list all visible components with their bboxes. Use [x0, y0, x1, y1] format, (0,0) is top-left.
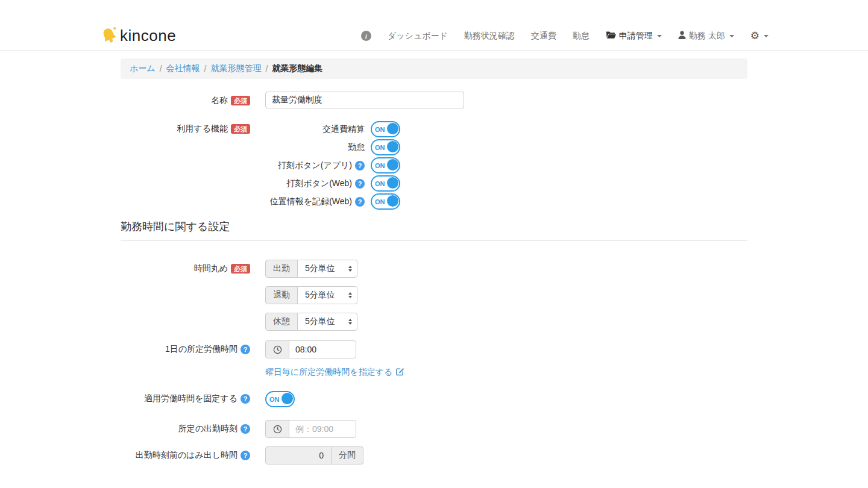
rounding-select-break[interactable]: 5分単位	[297, 313, 357, 331]
help-icon[interactable]: ?	[241, 424, 250, 434]
edit-icon	[395, 367, 404, 378]
help-icon[interactable]: ?	[241, 345, 250, 354]
selected-value: 5分単位	[305, 316, 335, 327]
clock-icon	[265, 340, 289, 358]
rounding-select-clockin[interactable]: 5分単位	[297, 260, 357, 278]
nav-attendance[interactable]: 勤怠	[573, 31, 590, 42]
employment-type-edit-form: 名称 必須 利用する機能 必須 交通費精算 ON 勤怠	[121, 92, 747, 465]
breadcrumb-separator: /	[156, 64, 166, 74]
toggle-knob	[387, 123, 398, 134]
features-row: 利用する機能 必須 交通費精算 ON 勤怠 ON	[121, 121, 747, 211]
help-icon[interactable]: ?	[241, 451, 250, 460]
name-label: 名称 必須	[121, 92, 265, 106]
rounding-row-1: 時間丸め 必須 出勤 5分単位	[121, 260, 747, 278]
info-icon[interactable]: i	[361, 31, 371, 41]
scheduled-start-input[interactable]	[289, 420, 356, 438]
working-hours-section-title: 勤務時間に関する設定	[121, 219, 747, 234]
feature-row-attendance: 勤怠 ON	[265, 139, 400, 155]
fixed-hours-toggle[interactable]: ON	[265, 391, 295, 407]
help-icon[interactable]: ?	[355, 179, 365, 189]
daily-hours-group	[265, 340, 356, 358]
breadcrumb-home[interactable]: ホーム	[130, 63, 156, 74]
label-text: 時間丸め	[194, 263, 228, 274]
rounding-label: 時間丸め 必須	[121, 260, 265, 274]
help-icon[interactable]: ?	[355, 197, 365, 207]
feature-row-transport: 交通費精算 ON	[265, 121, 400, 137]
spacer-label	[121, 367, 265, 371]
breadcrumb-company-info[interactable]: 会社情報	[166, 63, 200, 74]
weekday-link-row: 曜日毎に所定労働時間を指定する	[121, 367, 747, 378]
nav-dashboard[interactable]: ダッシュボード	[388, 31, 448, 42]
toggle-knob	[387, 195, 398, 207]
rounding-addon-clockin: 出勤	[265, 260, 298, 278]
select-stepper-icon	[348, 292, 352, 298]
select-stepper-icon	[348, 266, 352, 272]
breadcrumb-current-page: 就業形態編集	[272, 63, 322, 74]
rounding-addon-clockout: 退勤	[265, 286, 298, 304]
clock-icon	[265, 420, 289, 438]
toggle-knob	[387, 159, 398, 170]
nav-work-status[interactable]: 勤務状況確認	[464, 31, 515, 42]
rounding-select-clockout[interactable]: 5分単位	[297, 286, 357, 304]
caret-down-icon	[657, 35, 662, 37]
nav-transport-expense[interactable]: 交通費	[531, 31, 556, 42]
breadcrumb-employment-type-management[interactable]: 就業形態管理	[210, 63, 261, 74]
scheduled-start-group	[265, 420, 356, 438]
overflow-before-label: 出勤時刻前のはみ出し時間 ?	[121, 446, 265, 461]
toggle-state-label: ON	[375, 162, 385, 169]
user-icon	[678, 31, 686, 41]
breadcrumb-separator: /	[200, 64, 211, 74]
link-text: 曜日毎に所定労働時間を指定する	[265, 367, 392, 378]
daily-hours-input[interactable]	[289, 340, 356, 358]
rounding-group-break: 休憩 5分単位	[265, 313, 357, 331]
rounding-group-clockout: 退勤 5分単位	[265, 286, 357, 304]
feature-label: 勤怠	[348, 142, 365, 153]
toggle-state-label: ON	[375, 180, 385, 187]
rounding-row-2: 退勤 5分単位	[121, 286, 747, 304]
scheduled-start-row: 所定の出勤時刻 ?	[121, 420, 747, 438]
kincone-logo[interactable]: kincone	[99, 25, 176, 48]
label-text: 適用労働時間を固定する	[144, 393, 237, 404]
nav-username: 勤務 太郎	[689, 31, 725, 42]
help-icon[interactable]: ?	[241, 394, 250, 404]
bell-icon	[99, 25, 119, 48]
feature-label: 打刻ボタン(アプリ)	[278, 160, 352, 171]
required-badge: 必須	[231, 264, 250, 274]
toggle-knob	[387, 177, 398, 189]
stamp-web-toggle[interactable]: ON	[371, 175, 400, 192]
feature-label: 位置情報を記録(Web)	[270, 196, 352, 207]
label-text: 名称	[211, 95, 228, 106]
rounding-group-clockin: 出勤 5分単位	[265, 260, 357, 278]
nav-label: 申請管理	[619, 31, 653, 42]
spacer-label	[121, 286, 265, 290]
rounding-row-3: 休憩 5分単位	[121, 313, 747, 331]
feature-label: 打刻ボタン(Web)	[286, 178, 352, 189]
folder-open-icon	[606, 31, 616, 41]
overflow-before-group: 分間	[265, 446, 363, 465]
logo-text: kincone	[120, 27, 176, 45]
stamp-app-toggle[interactable]: ON	[371, 157, 400, 174]
feature-row-stamp-app: 打刻ボタン(アプリ) ? ON	[265, 157, 400, 174]
required-badge: 必須	[231, 96, 250, 105]
overflow-unit-addon: 分間	[331, 446, 363, 465]
feature-toggle-list: 交通費精算 ON 勤怠 ON 打刻ボタン(アプリ)	[265, 121, 400, 211]
label-text: 1日の所定労働時間	[165, 344, 237, 355]
scheduled-start-label: 所定の出勤時刻 ?	[121, 420, 265, 434]
label-text: 利用する機能	[177, 124, 228, 134]
name-input[interactable]	[265, 92, 464, 108]
help-icon[interactable]: ?	[355, 161, 365, 170]
weekday-hours-link[interactable]: 曜日毎に所定労働時間を指定する	[265, 367, 404, 378]
required-badge: 必須	[231, 124, 250, 134]
transport-toggle[interactable]: ON	[371, 121, 400, 137]
name-row: 名称 必須	[121, 92, 747, 108]
nav-application-management[interactable]: 申請管理	[606, 31, 662, 42]
nav-settings-menu[interactable]: ⚙	[750, 31, 769, 41]
location-web-toggle[interactable]: ON	[371, 193, 400, 210]
rounding-addon-break: 休憩	[265, 313, 298, 331]
breadcrumb: ホーム / 会社情報 / 就業形態管理 / 就業形態編集	[121, 58, 747, 79]
nav-user-menu[interactable]: 勤務 太郎	[678, 31, 734, 42]
feature-row-location-web: 位置情報を記録(Web) ? ON	[265, 193, 400, 210]
features-label: 利用する機能 必須	[121, 121, 265, 134]
selected-value: 5分単位	[305, 263, 335, 274]
attendance-toggle[interactable]: ON	[371, 139, 400, 155]
